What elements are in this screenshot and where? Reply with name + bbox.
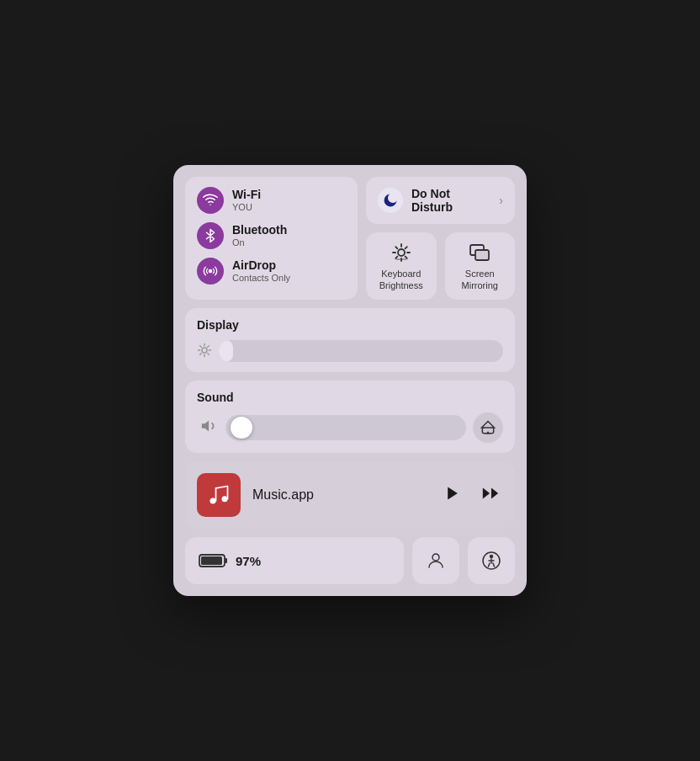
airdrop-text: AirDrop Contacts Only xyxy=(232,258,290,284)
airdrop-icon xyxy=(203,263,218,279)
svg-point-34 xyxy=(491,556,493,558)
svg-marker-27 xyxy=(491,487,498,498)
sound-slider-track[interactable] xyxy=(225,415,466,440)
svg-point-32 xyxy=(432,554,439,561)
user-icon xyxy=(426,551,446,571)
control-center: Wi-Fi YOU Bluetooth On xyxy=(173,165,527,597)
top-row: Wi-Fi YOU Bluetooth On xyxy=(185,177,515,301)
dnd-moon-icon xyxy=(378,188,403,213)
wifi-icon xyxy=(203,193,218,208)
volume-icon xyxy=(200,417,219,439)
sound-slider-row xyxy=(197,412,503,443)
airdrop-sub: Contacts Only xyxy=(232,273,290,284)
bluetooth-item[interactable]: Bluetooth On xyxy=(197,222,346,249)
svg-point-9 xyxy=(398,249,405,256)
svg-rect-30 xyxy=(201,556,222,565)
svg-line-18 xyxy=(200,345,202,347)
fast-forward-button[interactable] xyxy=(478,481,503,510)
keyboard-brightness-icon xyxy=(390,241,413,264)
svg-line-38 xyxy=(493,563,495,567)
display-slider-fill xyxy=(219,340,233,362)
small-buttons-row: KeyboardBrightness ScreenMirroring xyxy=(366,232,515,301)
airdrop-icon-bg xyxy=(197,258,224,285)
svg-line-8 xyxy=(395,256,397,258)
display-slider-track[interactable] xyxy=(219,340,503,362)
svg-line-37 xyxy=(489,563,491,567)
svg-line-6 xyxy=(405,256,406,258)
network-card: Wi-Fi YOU Bluetooth On xyxy=(185,177,358,301)
svg-point-0 xyxy=(209,269,213,273)
airplay-icon xyxy=(480,419,496,436)
bluetooth-icon xyxy=(203,228,218,243)
sound-title: Sound xyxy=(197,391,503,404)
svg-point-24 xyxy=(210,498,216,504)
dnd-card[interactable]: Do Not Disturb › xyxy=(366,177,515,224)
svg-line-5 xyxy=(395,247,397,248)
svg-marker-26 xyxy=(448,487,458,499)
wifi-sub: YOU xyxy=(232,202,261,213)
svg-line-7 xyxy=(405,247,406,248)
keyboard-brightness-svg xyxy=(390,241,413,264)
battery-card: 97% xyxy=(185,537,404,584)
music-app-name: Music.app xyxy=(252,487,429,503)
airdrop-name: AirDrop xyxy=(232,258,290,273)
wifi-icon-bg xyxy=(197,187,224,214)
sound-section: Sound xyxy=(185,380,515,453)
bluetooth-text: Bluetooth On xyxy=(232,223,287,248)
screen-mirroring-label: ScreenMirroring xyxy=(462,268,498,292)
bottom-row: 97% xyxy=(185,537,515,584)
moon-icon xyxy=(382,192,399,209)
screen-mirroring-svg xyxy=(468,241,491,264)
play-button[interactable] xyxy=(441,482,464,509)
music-note-icon xyxy=(207,483,231,507)
svg-rect-12 xyxy=(475,250,489,260)
airdrop-item[interactable]: AirDrop Contacts Only xyxy=(197,258,346,285)
keyboard-brightness-button[interactable]: KeyboardBrightness xyxy=(366,232,437,301)
airplay-button[interactable] xyxy=(473,412,503,443)
bluetooth-sub: On xyxy=(232,237,287,248)
svg-point-25 xyxy=(222,496,228,502)
battery-percent: 97% xyxy=(236,554,261,568)
wifi-text: Wi-Fi YOU xyxy=(232,188,261,213)
wifi-item[interactable]: Wi-Fi YOU xyxy=(197,187,346,214)
display-section: Display xyxy=(185,308,515,372)
bluetooth-icon-bg xyxy=(197,222,224,249)
wifi-name: Wi-Fi xyxy=(232,188,261,202)
music-album-art xyxy=(197,473,241,517)
music-card: Music.app xyxy=(185,461,515,529)
play-icon xyxy=(444,485,461,502)
svg-point-13 xyxy=(202,348,207,353)
svg-marker-28 xyxy=(483,487,490,498)
music-controls xyxy=(441,481,503,510)
user-button[interactable] xyxy=(412,537,459,584)
brightness-icon xyxy=(197,343,212,360)
svg-line-19 xyxy=(208,353,209,354)
sun-icon xyxy=(197,343,212,358)
speaker-icon xyxy=(200,417,219,435)
fast-forward-icon xyxy=(481,484,500,503)
svg-rect-31 xyxy=(225,558,227,563)
battery-svg xyxy=(199,552,229,569)
screen-mirroring-button[interactable]: ScreenMirroring xyxy=(445,232,516,301)
dnd-label: Do Not Disturb xyxy=(411,187,491,214)
right-col: Do Not Disturb › xyxy=(366,177,515,301)
screen-mirroring-icon xyxy=(468,241,491,264)
dnd-chevron-icon: › xyxy=(499,194,503,207)
bluetooth-name: Bluetooth xyxy=(232,223,287,237)
accessibility-icon xyxy=(481,551,501,571)
accessibility-button[interactable] xyxy=(468,537,515,584)
display-title: Display xyxy=(197,318,503,332)
keyboard-brightness-label: KeyboardBrightness xyxy=(379,268,423,292)
svg-line-21 xyxy=(200,353,202,354)
battery-icon xyxy=(199,552,229,569)
svg-line-20 xyxy=(208,345,209,347)
display-slider-row xyxy=(197,340,503,362)
sound-slider-thumb xyxy=(231,417,252,439)
svg-marker-22 xyxy=(202,421,209,432)
